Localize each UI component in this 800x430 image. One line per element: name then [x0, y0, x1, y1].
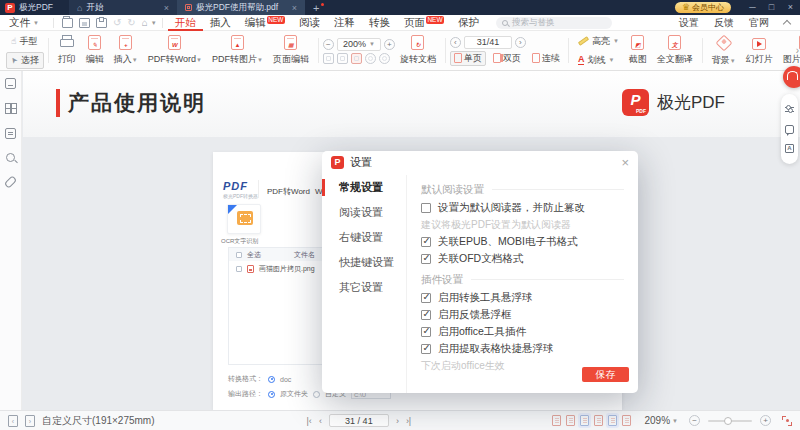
- view-actual-size-icon[interactable]: [552, 415, 561, 426]
- checkbox[interactable]: [421, 293, 431, 303]
- view-continuous-icon[interactable]: [608, 415, 617, 426]
- next-view-icon[interactable]: ›: [25, 415, 35, 427]
- checkbox[interactable]: [421, 203, 431, 213]
- nav-rightclick-settings[interactable]: 右键设置: [322, 225, 406, 250]
- print-icon[interactable]: [96, 18, 107, 28]
- nav-general-settings[interactable]: 常规设置: [322, 175, 406, 200]
- insert-button[interactable]: +插入▼: [109, 33, 143, 68]
- menu-tab-protect[interactable]: 保护: [451, 15, 486, 31]
- option-ofd[interactable]: 关联OFD文档格式: [421, 252, 624, 265]
- undo-icon[interactable]: ↺: [113, 18, 121, 28]
- page-edit-button[interactable]: ▦页面编辑: [268, 33, 314, 68]
- thumbnails-icon[interactable]: [5, 103, 16, 114]
- menu-tab-convert[interactable]: 转换: [362, 15, 397, 31]
- double-page-button[interactable]: 双页: [489, 51, 525, 66]
- prev-page-button[interactable]: ‹: [450, 37, 461, 48]
- highlight-button[interactable]: 高亮▼: [573, 33, 624, 50]
- save-icon[interactable]: [79, 18, 90, 28]
- option-convert-ball[interactable]: 启用转换工具悬浮球: [421, 291, 624, 304]
- slideshow-button[interactable]: 幻灯片: [741, 33, 778, 68]
- tab-close-icon[interactable]: ×: [292, 3, 297, 13]
- menu-tab-insert[interactable]: 插入: [203, 15, 238, 31]
- option-feedback-ball[interactable]: 启用反馈悬浮框: [421, 308, 624, 321]
- view-fit-page-icon[interactable]: [566, 415, 575, 426]
- next-page-button[interactable]: ›: [515, 37, 526, 48]
- hand-tool-button[interactable]: ☝手型: [6, 33, 44, 50]
- view-fit-width-icon[interactable]: [580, 415, 589, 426]
- translate-button[interactable]: 文全文翻译: [652, 33, 698, 68]
- dialog-close-icon[interactable]: ×: [621, 156, 629, 169]
- pdf-to-image-button[interactable]: ▲PDF转图片▼: [207, 33, 268, 68]
- zoom-slider-knob[interactable]: [724, 417, 732, 425]
- zoom-out-button[interactable]: −: [323, 39, 334, 50]
- translate-doc-icon[interactable]: A: [785, 144, 794, 153]
- open-folder-icon[interactable]: [62, 18, 73, 28]
- checkbox[interactable]: [421, 310, 431, 320]
- settings-button[interactable]: 设置: [679, 16, 699, 30]
- file-menu[interactable]: 文件▼: [0, 16, 48, 30]
- toolbar-expand-icon[interactable]: ›: [796, 45, 799, 56]
- menu-tab-start[interactable]: 开始: [168, 15, 203, 31]
- save-button[interactable]: 保存: [582, 367, 629, 382]
- close-button[interactable]: ×: [781, 0, 800, 15]
- outline-icon[interactable]: [5, 78, 16, 89]
- nav-reading-settings[interactable]: 阅读设置: [322, 200, 406, 225]
- background-button[interactable]: 背景▼: [707, 33, 741, 68]
- option-default-reader[interactable]: 设置为默认阅读器，并防止篡改: [421, 201, 624, 214]
- zoom-slider[interactable]: [708, 420, 752, 422]
- last-page-icon[interactable]: ›|: [406, 416, 411, 426]
- rotate-left-icon[interactable]: [365, 53, 376, 64]
- menu-tab-read[interactable]: 阅读: [292, 15, 327, 31]
- zoom-in-button[interactable]: +: [384, 39, 395, 50]
- option-office-plugin[interactable]: 启用office工具插件: [421, 325, 624, 338]
- print-button[interactable]: 打印: [53, 33, 81, 68]
- nav-other-settings[interactable]: 其它设置: [322, 275, 406, 300]
- zoom-level-select[interactable]: 209%▼: [644, 415, 678, 426]
- fullscreen-icon[interactable]: [782, 416, 792, 426]
- option-epub-mobi[interactable]: 关联EPUB、MOBI电子书格式: [421, 235, 624, 248]
- zoom-level-select[interactable]: 200%▼: [337, 38, 381, 51]
- view-double-icon[interactable]: [622, 415, 631, 426]
- fit-width-icon[interactable]: [323, 53, 334, 64]
- tab-home[interactable]: ⌂ 开始 ×: [69, 0, 177, 15]
- actual-size-icon[interactable]: [351, 53, 362, 64]
- comments-icon[interactable]: [5, 128, 16, 139]
- member-center-button[interactable]: ♛ 会员中心: [675, 2, 731, 13]
- rotate-document-button[interactable]: ↻旋转文档: [395, 33, 441, 68]
- prev-page-icon[interactable]: ‹: [319, 416, 322, 426]
- collapse-ribbon-icon[interactable]: [783, 20, 791, 28]
- pdf-to-word-button[interactable]: WPDF转Word▼: [143, 33, 207, 68]
- next-page-icon[interactable]: ›: [396, 416, 399, 426]
- nav-shortcut-settings[interactable]: 快捷键设置: [322, 250, 406, 275]
- menu-tab-annotate[interactable]: 注释: [327, 15, 362, 31]
- minimize-button[interactable]: ─: [743, 0, 762, 15]
- redo-icon[interactable]: ↻: [127, 18, 135, 28]
- single-page-button[interactable]: 单页: [450, 51, 486, 66]
- continuous-button[interactable]: 连续: [528, 51, 564, 66]
- zoom-out-button[interactable]: −: [689, 415, 700, 426]
- prev-view-icon[interactable]: ‹: [8, 415, 18, 427]
- feedback-chat-icon[interactable]: [785, 125, 794, 134]
- menu-tab-page[interactable]: 页面NEW: [397, 15, 451, 31]
- view-single-icon[interactable]: [594, 415, 603, 426]
- tab-document[interactable]: 极光PDF使用帮助.pdf ×: [177, 0, 305, 15]
- checkbox[interactable]: [421, 254, 431, 264]
- caret-down-icon[interactable]: ▼: [151, 20, 157, 26]
- maximize-button[interactable]: □: [762, 0, 781, 15]
- fit-page-icon[interactable]: [337, 53, 348, 64]
- checkbox[interactable]: [421, 327, 431, 337]
- search-replace-input[interactable]: 搜索与替换: [496, 17, 612, 29]
- menu-tab-edit[interactable]: 编辑NEW: [238, 15, 292, 31]
- zoom-in-button[interactable]: +: [760, 415, 771, 426]
- edit-button[interactable]: ✎编辑: [81, 33, 109, 68]
- select-tool-button[interactable]: ➤选择: [6, 52, 44, 69]
- attachment-icon[interactable]: [4, 175, 17, 188]
- feedback-button[interactable]: 反馈: [714, 16, 734, 30]
- view-settings-icon[interactable]: [785, 105, 794, 114]
- new-tab-button[interactable]: +: [305, 2, 327, 14]
- underline-button[interactable]: A划线▼: [573, 52, 624, 69]
- screenshot-button[interactable]: ◩截图: [624, 33, 652, 68]
- tab-close-icon[interactable]: ×: [164, 3, 169, 13]
- home-icon[interactable]: ⌂: [142, 18, 148, 28]
- page-indicator[interactable]: 31/41: [464, 36, 512, 49]
